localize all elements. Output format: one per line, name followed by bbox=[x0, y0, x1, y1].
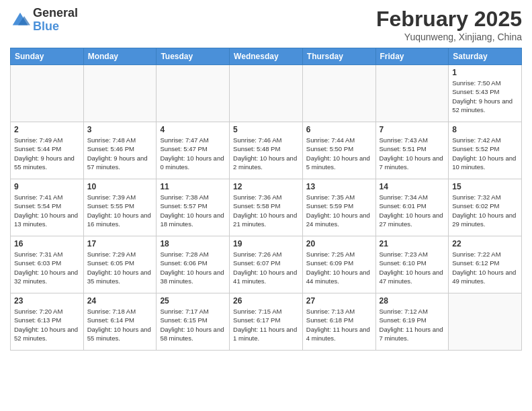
day-info: Sunrise: 7:34 AM Sunset: 6:01 PM Dayligh… bbox=[380, 193, 445, 228]
day-cell: 11Sunrise: 7:38 AM Sunset: 5:57 PM Dayli… bbox=[157, 179, 230, 236]
day-number: 28 bbox=[380, 296, 445, 306]
day-number: 11 bbox=[160, 182, 226, 191]
header: General Blue February 2025 Yuqunweng, Xi… bbox=[10, 7, 522, 42]
day-info: Sunrise: 7:41 AM Sunset: 5:54 PM Dayligh… bbox=[14, 193, 80, 228]
day-info: Sunrise: 7:43 AM Sunset: 5:51 PM Dayligh… bbox=[380, 136, 445, 171]
day-cell: 5Sunrise: 7:46 AM Sunset: 5:48 PM Daylig… bbox=[230, 122, 303, 179]
location: Yuqunweng, Xinjiang, China bbox=[376, 32, 522, 42]
day-cell: 16Sunrise: 7:31 AM Sunset: 6:03 PM Dayli… bbox=[11, 236, 84, 293]
day-number: 25 bbox=[160, 296, 226, 306]
day-cell bbox=[449, 293, 522, 351]
day-cell: 20Sunrise: 7:25 AM Sunset: 6:09 PM Dayli… bbox=[302, 236, 375, 293]
day-info: Sunrise: 7:31 AM Sunset: 6:03 PM Dayligh… bbox=[14, 250, 80, 285]
day-info: Sunrise: 7:38 AM Sunset: 5:57 PM Dayligh… bbox=[160, 193, 226, 228]
day-cell: 10Sunrise: 7:39 AM Sunset: 5:55 PM Dayli… bbox=[83, 179, 157, 236]
day-cell: 22Sunrise: 7:22 AM Sunset: 6:12 PM Dayli… bbox=[449, 236, 522, 293]
logo-general: General bbox=[33, 7, 78, 20]
day-cell: 15Sunrise: 7:32 AM Sunset: 6:02 PM Dayli… bbox=[449, 179, 522, 236]
day-cell bbox=[375, 65, 449, 122]
day-info: Sunrise: 7:29 AM Sunset: 6:05 PM Dayligh… bbox=[87, 250, 153, 285]
day-number: 17 bbox=[87, 239, 153, 248]
header-wednesday: Wednesday bbox=[230, 48, 303, 65]
day-number: 1 bbox=[452, 68, 518, 77]
logo-text: General Blue bbox=[33, 7, 78, 34]
day-info: Sunrise: 7:17 AM Sunset: 6:15 PM Dayligh… bbox=[160, 307, 226, 342]
day-cell: 14Sunrise: 7:34 AM Sunset: 6:01 PM Dayli… bbox=[375, 179, 449, 236]
day-info: Sunrise: 7:47 AM Sunset: 5:47 PM Dayligh… bbox=[160, 136, 226, 171]
day-info: Sunrise: 7:25 AM Sunset: 6:09 PM Dayligh… bbox=[306, 250, 372, 285]
header-row: Sunday Monday Tuesday Wednesday Thursday… bbox=[11, 48, 522, 65]
day-cell: 7Sunrise: 7:43 AM Sunset: 5:51 PM Daylig… bbox=[375, 122, 449, 179]
day-number: 12 bbox=[233, 182, 299, 191]
day-info: Sunrise: 7:48 AM Sunset: 5:46 PM Dayligh… bbox=[87, 136, 153, 171]
day-number: 20 bbox=[306, 239, 372, 248]
day-cell: 12Sunrise: 7:36 AM Sunset: 5:58 PM Dayli… bbox=[230, 179, 303, 236]
day-cell: 1Sunrise: 7:50 AM Sunset: 5:43 PM Daylig… bbox=[449, 65, 522, 122]
day-number: 18 bbox=[160, 239, 226, 248]
day-info: Sunrise: 7:13 AM Sunset: 6:18 PM Dayligh… bbox=[306, 307, 372, 342]
header-tuesday: Tuesday bbox=[157, 48, 230, 65]
day-cell: 2Sunrise: 7:49 AM Sunset: 5:44 PM Daylig… bbox=[11, 122, 84, 179]
header-monday: Monday bbox=[83, 48, 157, 65]
day-info: Sunrise: 7:18 AM Sunset: 6:14 PM Dayligh… bbox=[87, 307, 153, 342]
day-cell: 18Sunrise: 7:28 AM Sunset: 6:06 PM Dayli… bbox=[157, 236, 230, 293]
day-number: 13 bbox=[306, 182, 372, 191]
day-cell: 19Sunrise: 7:26 AM Sunset: 6:07 PM Dayli… bbox=[230, 236, 303, 293]
day-number: 26 bbox=[233, 296, 299, 306]
day-number: 3 bbox=[87, 125, 153, 134]
week-row-1: 2Sunrise: 7:49 AM Sunset: 5:44 PM Daylig… bbox=[11, 122, 522, 179]
day-info: Sunrise: 7:36 AM Sunset: 5:58 PM Dayligh… bbox=[233, 193, 299, 228]
calendar-table: Sunday Monday Tuesday Wednesday Thursday… bbox=[10, 48, 522, 351]
day-cell bbox=[11, 65, 84, 122]
day-number: 27 bbox=[306, 296, 372, 306]
day-info: Sunrise: 7:22 AM Sunset: 6:12 PM Dayligh… bbox=[452, 250, 518, 285]
day-info: Sunrise: 7:46 AM Sunset: 5:48 PM Dayligh… bbox=[233, 136, 299, 171]
day-cell: 6Sunrise: 7:44 AM Sunset: 5:50 PM Daylig… bbox=[302, 122, 375, 179]
day-cell bbox=[83, 65, 157, 122]
day-info: Sunrise: 7:12 AM Sunset: 6:19 PM Dayligh… bbox=[380, 307, 445, 342]
page-container: General Blue February 2025 Yuqunweng, Xi… bbox=[0, 0, 532, 357]
day-info: Sunrise: 7:49 AM Sunset: 5:44 PM Dayligh… bbox=[14, 136, 80, 171]
day-info: Sunrise: 7:20 AM Sunset: 6:13 PM Dayligh… bbox=[14, 307, 80, 342]
header-saturday: Saturday bbox=[449, 48, 522, 65]
day-info: Sunrise: 7:26 AM Sunset: 6:07 PM Dayligh… bbox=[233, 250, 299, 285]
day-cell: 24Sunrise: 7:18 AM Sunset: 6:14 PM Dayli… bbox=[83, 293, 157, 351]
day-cell: 23Sunrise: 7:20 AM Sunset: 6:13 PM Dayli… bbox=[11, 293, 84, 351]
day-number: 8 bbox=[452, 125, 518, 134]
title-area: February 2025 Yuqunweng, Xinjiang, China bbox=[376, 7, 522, 42]
day-info: Sunrise: 7:50 AM Sunset: 5:43 PM Dayligh… bbox=[452, 79, 518, 114]
day-number: 7 bbox=[380, 125, 445, 134]
day-cell: 27Sunrise: 7:13 AM Sunset: 6:18 PM Dayli… bbox=[302, 293, 375, 351]
day-cell: 3Sunrise: 7:48 AM Sunset: 5:46 PM Daylig… bbox=[83, 122, 157, 179]
week-row-0: 1Sunrise: 7:50 AM Sunset: 5:43 PM Daylig… bbox=[11, 65, 522, 122]
day-number: 21 bbox=[380, 239, 445, 248]
day-info: Sunrise: 7:42 AM Sunset: 5:52 PM Dayligh… bbox=[452, 136, 518, 171]
day-cell: 17Sunrise: 7:29 AM Sunset: 6:05 PM Dayli… bbox=[83, 236, 157, 293]
month-title: February 2025 bbox=[376, 7, 522, 32]
day-info: Sunrise: 7:23 AM Sunset: 6:10 PM Dayligh… bbox=[380, 250, 445, 285]
week-row-2: 9Sunrise: 7:41 AM Sunset: 5:54 PM Daylig… bbox=[11, 179, 522, 236]
day-number: 16 bbox=[14, 239, 80, 248]
day-cell: 26Sunrise: 7:15 AM Sunset: 6:17 PM Dayli… bbox=[230, 293, 303, 351]
day-cell bbox=[230, 65, 303, 122]
day-info: Sunrise: 7:28 AM Sunset: 6:06 PM Dayligh… bbox=[160, 250, 226, 285]
day-info: Sunrise: 7:39 AM Sunset: 5:55 PM Dayligh… bbox=[87, 193, 153, 228]
header-sunday: Sunday bbox=[11, 48, 84, 65]
day-cell: 8Sunrise: 7:42 AM Sunset: 5:52 PM Daylig… bbox=[449, 122, 522, 179]
day-cell: 28Sunrise: 7:12 AM Sunset: 6:19 PM Dayli… bbox=[375, 293, 449, 351]
day-number: 19 bbox=[233, 239, 299, 248]
day-cell: 25Sunrise: 7:17 AM Sunset: 6:15 PM Dayli… bbox=[157, 293, 230, 351]
logo: General Blue bbox=[10, 7, 78, 34]
day-cell: 21Sunrise: 7:23 AM Sunset: 6:10 PM Dayli… bbox=[375, 236, 449, 293]
day-info: Sunrise: 7:32 AM Sunset: 6:02 PM Dayligh… bbox=[452, 193, 518, 228]
day-number: 10 bbox=[87, 182, 153, 191]
day-number: 15 bbox=[452, 182, 518, 191]
day-cell: 13Sunrise: 7:35 AM Sunset: 5:59 PM Dayli… bbox=[302, 179, 375, 236]
day-number: 22 bbox=[452, 239, 518, 248]
day-cell: 4Sunrise: 7:47 AM Sunset: 5:47 PM Daylig… bbox=[157, 122, 230, 179]
day-number: 6 bbox=[306, 125, 372, 134]
day-number: 9 bbox=[14, 182, 80, 191]
day-number: 23 bbox=[14, 296, 80, 306]
day-number: 4 bbox=[160, 125, 226, 134]
day-cell bbox=[302, 65, 375, 122]
